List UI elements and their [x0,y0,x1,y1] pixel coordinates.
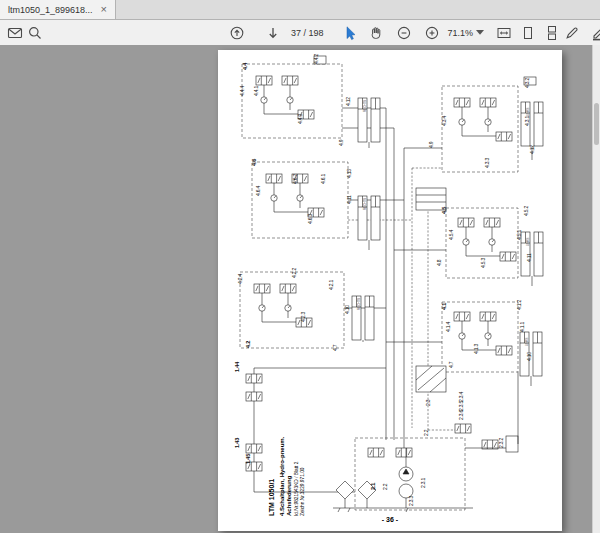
drawing-title-block: LTM 1050/14.Schaltplan, Hydro-pneum.Achs… [266,386,308,516]
title-block-line: Zeichn.Nr.3229.971.00 [300,467,305,516]
schematic-label: RECHTS [362,100,368,112]
schematic-label: 4.1.3 [473,344,479,354]
title-block-line: 4.Schaltplan, Hydro-pneum. [279,437,285,516]
previous-page-icon[interactable] [227,23,247,43]
schematic-label: 4.3.4 [441,116,447,126]
schematic-label: 4.13 [346,169,352,178]
title-block-line: Id.Nr.9821543KD / Blatt 2 [294,462,299,516]
schematic-label: 2.2 [382,484,388,490]
sheet-number: - 36 - [218,516,562,523]
schematic-label: LINKS [524,338,530,346]
schematic-label: 4.2.3 [300,312,306,322]
zoom-out-icon[interactable] [394,23,414,43]
schematic-label: 4.7 [448,362,454,368]
schematic-label: 4.5.4 [448,230,454,240]
schematic-label: 4.10 [526,352,532,361]
schematic-label: 4.1 [441,303,447,310]
schematic-label: 4.4.1 [253,86,259,96]
highlighter-tool-icon[interactable] [588,23,600,43]
zoom-level-control[interactable]: 71.1% [448,28,485,38]
schematic-label: RECHTS [356,298,362,310]
schematic-label: 1.44 [234,362,240,372]
schematic-label: 1.45 [245,454,251,464]
schematic-label: RECHTS [362,198,368,210]
tab-title: ltm1050_1_899618... [8,5,93,15]
schematic-label: 4.3.3 [484,158,490,168]
toolbar: 37 / 198 71.1% [0,20,600,46]
schematic-label: 4.2.1 [328,280,334,290]
schematic-label: 2.2 [423,430,429,436]
scrollbar-thumb[interactable] [594,103,599,145]
schematic-label: 4.5.2 [523,206,529,216]
schematic-label: 4.5 [441,207,447,214]
schematic-label: 4.6.1 [320,174,326,184]
zoom-level: 71.1% [448,28,474,38]
schematic-label: 4.4.4 [239,86,245,96]
schematic-label: 4.12 [345,97,351,106]
schematic-label: LINKS [525,108,531,116]
next-page-icon[interactable] [263,23,283,43]
schematic-label: 4.4 [242,63,248,70]
schematic-label: 4.6 [251,159,257,166]
schematic-label: 4.1.1 [519,322,525,332]
pdf-viewer-window: ltm1050_1_899618... × 37 / 198 [0,0,600,533]
schematic-label: 2.3.1 [420,478,426,488]
zoom-in-icon[interactable] [422,23,442,43]
tab-close-icon[interactable]: × [101,4,107,15]
select-tool-icon[interactable] [340,23,360,43]
title-block-line: LTM 1050/1 [268,479,275,516]
schematic-label: 4.5.3 [480,258,486,268]
pen-tool-icon[interactable] [562,23,582,43]
chevron-down-icon [476,30,484,35]
tab-bar: ltm1050_1_899618... × [0,0,600,20]
schematic-label: 4.9 [428,142,434,148]
schematic-label: 4.4.2 [313,54,319,64]
schematic-label: 4.3.2 [524,78,530,88]
schematic-label: 2.3.2 [498,438,504,448]
schematic-label: 4.5.1 [516,230,522,240]
pdf-page: 4.44.4.24.4.44.4.14.4.34.124.94.134.64.6… [218,50,562,531]
schematic-label: 4.6.2 [292,174,298,184]
schematic-label: LINKS [525,238,531,246]
schematic-label: 4.4.3 [297,114,303,124]
schematic-label: 4.9 [338,140,344,146]
schematic-label: 2.3 [425,400,431,406]
document-tab[interactable]: ltm1050_1_899618... × [0,0,116,19]
title-block-line: Achsfederung [286,476,292,516]
fit-width-icon[interactable] [494,23,514,43]
schematic-label: 4.2.2 [291,268,297,278]
schematic-label: 4.7 [332,345,338,351]
schematic-label: 4.2 [245,341,251,348]
schematic-label: 1.43 [234,438,240,448]
document-area[interactable]: 4.44.4.24.4.44.4.14.4.34.124.94.134.64.6… [0,45,600,533]
schematic-label: 4.1.4 [445,322,451,332]
schematic-label: 2.3.3 [408,496,414,506]
schematic-label: 4.6.4 [255,186,261,196]
mail-icon[interactable] [5,23,25,43]
schematic-label: 4.3.1 [524,116,530,126]
schematic-label: 4.2.4 [237,274,243,284]
page-indicator[interactable]: 37 / 198 [291,28,324,38]
schematic-label: 4.6.3 [307,214,313,224]
schematic-label: 4.10 [344,305,350,314]
hand-tool-icon[interactable] [366,23,386,43]
schematic-label: 4.11 [526,253,532,262]
schematic-label: 4.12 [529,145,535,154]
schematic-label: 4.1.2 [516,300,522,310]
schematic-label: 4.8 [436,260,442,266]
schematic-label: 2.1 [370,483,376,490]
scrolling-view-icon[interactable] [542,23,562,43]
vertical-scrollbar[interactable] [592,45,600,533]
single-page-view-icon[interactable] [518,23,538,43]
schematic-label: 4.11 [346,195,352,204]
schematic-label: 2.3.6 [458,410,464,420]
search-icon[interactable] [25,23,45,43]
